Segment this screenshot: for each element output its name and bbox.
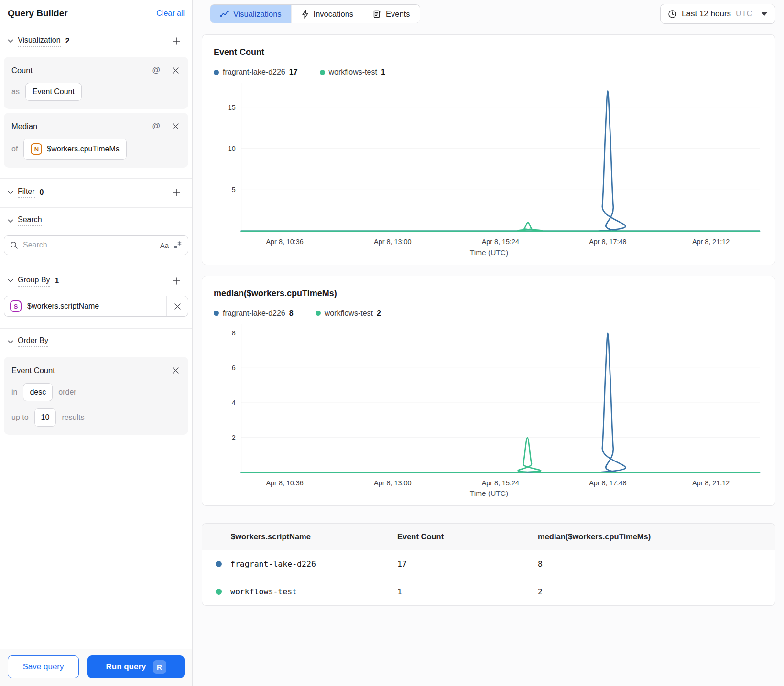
table-row[interactable]: workflows-test12 <box>202 578 775 605</box>
tab-visualizations-label: Visualizations <box>233 10 282 19</box>
remove-median-button[interactable] <box>170 121 181 131</box>
legend-item[interactable]: fragrant-lake-d22617 <box>214 68 298 76</box>
count-visualization-card: Count @ as Event Count <box>4 57 188 109</box>
y-tick-label: 15 <box>228 104 236 111</box>
order-by-card: Event Count in desc order up to 10 resul… <box>4 357 188 435</box>
series-line-workflows-test <box>241 223 760 231</box>
sort-direction-select[interactable]: desc <box>23 383 53 401</box>
line-chart-icon <box>220 10 229 19</box>
cell-event-count: 1 <box>397 587 538 596</box>
group-by-section: Group By 1 S $workers.scriptName <box>0 267 192 329</box>
search-input[interactable] <box>23 241 155 249</box>
remove-group-by-button[interactable] <box>167 296 188 316</box>
regex-toggle[interactable] <box>174 241 182 249</box>
legend-series-value: 17 <box>289 68 298 76</box>
x-tick-label: Apr 8, 10:36 <box>266 238 304 246</box>
sidebar-header: Query Builder Clear all <box>0 0 192 27</box>
column-header-script-name[interactable]: $workers.scriptName <box>202 532 397 541</box>
chart-title: Event Count <box>214 47 764 57</box>
order-by-label: Order By <box>18 336 48 347</box>
script-name-value: workflows-test <box>230 587 297 596</box>
table-header-row: $workers.scriptName Event Count median($… <box>202 524 775 550</box>
legend-item[interactable]: workflows-test2 <box>316 309 381 318</box>
remove-count-button[interactable] <box>170 65 181 75</box>
tab-events[interactable]: Events <box>363 5 419 23</box>
close-icon <box>174 303 181 310</box>
chevron-down-icon[interactable] <box>7 338 14 346</box>
case-sensitivity-toggle[interactable]: Aa <box>160 241 169 249</box>
topbar: Visualizations Invocations Events Last 1… <box>202 4 775 24</box>
result-limit-input[interactable]: 10 <box>34 408 56 427</box>
y-tick-label: 10 <box>228 145 236 152</box>
close-icon <box>172 67 179 74</box>
series-line-workflows-test <box>241 438 760 472</box>
cell-median: 8 <box>538 559 775 568</box>
group-by-field-value: $workers.scriptName <box>27 302 99 311</box>
x-tick-label: Apr 8, 13:00 <box>374 238 411 246</box>
chevron-down-icon[interactable] <box>7 277 14 285</box>
result-limit-value: 10 <box>41 413 50 422</box>
clear-all-link[interactable]: Clear all <box>156 9 185 18</box>
median-cputime-chart: 2468Apr 8, 10:36Apr 8, 13:00Apr 8, 15:24… <box>214 322 764 489</box>
add-visualization-button[interactable] <box>170 35 183 47</box>
median-field-value: $workers.cpuTimeMs <box>47 145 119 153</box>
query-builder-sidebar: Query Builder Clear all Visualization 2 … <box>0 0 193 686</box>
legend-series-name: workflows-test <box>329 68 377 76</box>
cell-script-name: fragrant-lake-d226 <box>202 559 397 568</box>
legend-series-value: 8 <box>289 309 294 318</box>
filter-section: Filter 0 <box>0 179 192 208</box>
tab-invocations[interactable]: Invocations <box>291 5 363 23</box>
mention-icon[interactable]: @ <box>151 121 162 131</box>
results-label: results <box>62 413 84 422</box>
legend-dot <box>320 70 325 75</box>
legend-item[interactable]: fragrant-lake-d2268 <box>214 309 294 318</box>
plus-icon <box>172 188 181 197</box>
save-query-button[interactable]: Save query <box>8 655 79 678</box>
remove-order-by-button[interactable] <box>170 365 181 375</box>
plus-icon <box>172 276 181 286</box>
sidebar-body: Visualization 2 Count @ as Event Count <box>0 27 192 649</box>
order-label: order <box>58 388 76 397</box>
legend-series-name: fragrant-lake-d226 <box>223 68 285 76</box>
time-range-label: Last 12 hours <box>682 9 731 19</box>
search-field: Aa <box>4 235 188 255</box>
count-alias-field[interactable]: Event Count <box>25 83 82 101</box>
time-range-select[interactable]: Last 12 hours UTC <box>660 4 775 24</box>
x-tick-label: Apr 8, 15:24 <box>482 238 519 246</box>
mention-icon[interactable]: @ <box>151 65 162 75</box>
chevron-down-icon[interactable] <box>7 37 14 45</box>
group-by-field[interactable]: S $workers.scriptName <box>4 296 188 317</box>
regex-icon <box>174 241 182 249</box>
count-card-title: Count <box>11 66 33 75</box>
up-to-label: up to <box>11 413 29 422</box>
chevron-down-icon[interactable] <box>7 217 14 225</box>
median-field-selector[interactable]: N $workers.cpuTimeMs <box>23 139 126 160</box>
column-header-median[interactable]: median($workers.cpuTimeMs) <box>538 532 775 541</box>
x-tick-label: Apr 8, 15:24 <box>482 479 519 486</box>
table-row[interactable]: fragrant-lake-d226178 <box>202 550 775 578</box>
x-tick-label: Apr 8, 17:48 <box>589 238 626 246</box>
legend-series-name: fragrant-lake-d226 <box>223 309 285 318</box>
filter-label: Filter <box>18 187 35 198</box>
search-section: Search Aa <box>0 208 192 267</box>
x-axis-label: Time (UTC) <box>214 247 764 262</box>
column-header-event-count[interactable]: Event Count <box>397 532 538 541</box>
run-query-label: Run query <box>106 662 146 672</box>
legend-item[interactable]: workflows-test1 <box>320 68 385 76</box>
chart-legend: fragrant-lake-d22617workflows-test1 <box>214 68 764 76</box>
x-tick-label: Apr 8, 21:12 <box>692 238 730 246</box>
filter-count: 0 <box>40 188 44 197</box>
series-color-dot <box>216 589 222 595</box>
tab-visualizations[interactable]: Visualizations <box>210 5 291 23</box>
chevron-down-icon[interactable] <box>7 189 14 196</box>
close-icon <box>172 367 179 374</box>
add-filter-button[interactable] <box>170 186 183 199</box>
legend-series-name: workflows-test <box>325 309 373 318</box>
run-query-button[interactable]: Run query R <box>87 655 185 678</box>
of-label: of <box>11 145 18 153</box>
median-visualization-card: Median @ of N $workers.cpuTimeMs <box>4 113 188 168</box>
x-tick-label: Apr 8, 13:00 <box>374 479 411 486</box>
tab-invocations-label: Invocations <box>314 10 353 19</box>
main-content: Visualizations Invocations Events Last 1… <box>193 0 784 686</box>
add-group-by-button[interactable] <box>170 275 183 287</box>
